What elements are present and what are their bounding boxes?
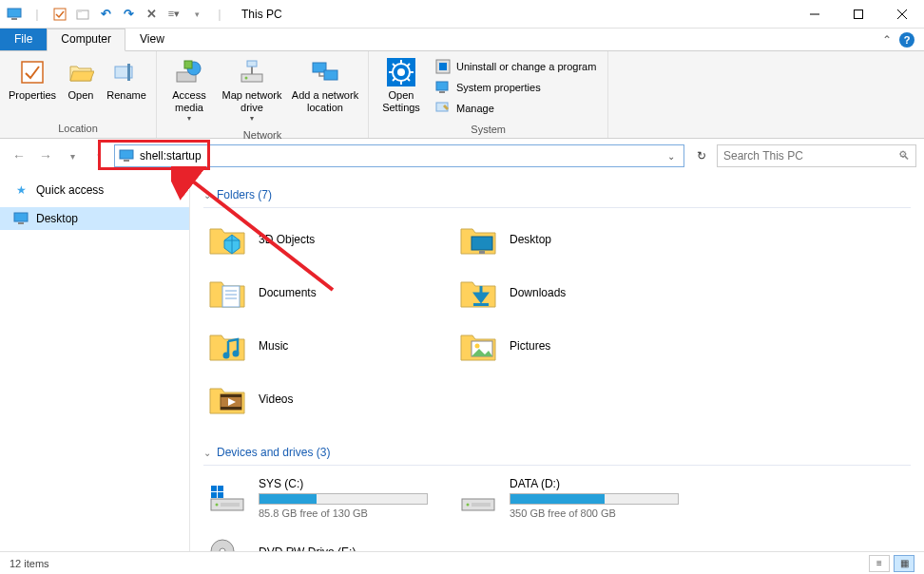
ribbon-group-label: Location	[6, 121, 150, 138]
svg-rect-2	[54, 9, 66, 20]
svg-rect-9	[22, 62, 43, 83]
svg-rect-60	[211, 492, 217, 498]
uninstall-icon	[435, 59, 451, 74]
qat-dropdown-icon[interactable]: ▾	[186, 4, 207, 25]
open-button[interactable]: Open	[61, 53, 101, 105]
sidebar-item-desktop[interactable]: Desktop	[0, 207, 189, 230]
system-properties-button[interactable]: System properties	[432, 78, 600, 97]
ribbon: Properties Open Rename Location Access m…	[0, 51, 924, 139]
access-media-button[interactable]: Access media ▾	[163, 53, 216, 127]
svg-rect-40	[18, 222, 24, 224]
search-input[interactable]	[723, 149, 893, 163]
undo-icon[interactable]: ↶	[95, 4, 116, 25]
tiles-view-toggle[interactable]: ▦	[894, 555, 914, 572]
svg-point-48	[223, 353, 230, 359]
back-button[interactable]: ←	[8, 144, 30, 167]
up-button[interactable]: ↑	[87, 144, 110, 167]
drive-item[interactable]: DVDDVD RW Drive (E:)	[203, 528, 432, 551]
drive-item[interactable]: SYS (C:)85.8 GB free of 130 GB	[203, 473, 432, 523]
drive-label: SYS (C:)	[259, 477, 428, 490]
drive-icon	[458, 478, 498, 518]
svg-rect-57	[221, 503, 240, 507]
svg-rect-4	[77, 10, 82, 12]
navigation-bar: ← → ▾ ↑ ⌄ ↻ 🔍︎	[0, 139, 924, 173]
drive-item[interactable]: DATA (D:)350 GB free of 800 GB	[454, 473, 683, 523]
tab-file[interactable]: File	[0, 29, 47, 50]
svg-rect-64	[472, 503, 491, 507]
manage-button[interactable]: Manage	[432, 99, 600, 118]
address-input[interactable]	[140, 149, 657, 163]
add-network-location-button[interactable]: Add a network location	[288, 53, 362, 118]
sort-qat-icon[interactable]: ≡▾	[164, 4, 184, 25]
collapse-ribbon-icon[interactable]: ⌃	[882, 33, 892, 47]
maximize-button[interactable]	[837, 0, 880, 29]
svg-rect-1	[11, 18, 17, 20]
svg-point-67	[220, 548, 225, 551]
close-button[interactable]	[880, 0, 924, 29]
svg-rect-14	[184, 61, 192, 68]
svg-rect-59	[218, 486, 223, 491]
svg-rect-58	[211, 486, 217, 491]
folder-item[interactable]: Desktop	[454, 216, 683, 263]
folder-label: Music	[259, 339, 288, 353]
ribbon-tabs: File Computer View ⌃ ?	[0, 29, 924, 51]
star-icon: ★	[13, 182, 29, 198]
details-view-toggle[interactable]: ≡	[869, 555, 890, 572]
help-icon[interactable]: ?	[899, 32, 914, 48]
svg-rect-32	[439, 63, 447, 70]
svg-rect-43	[222, 286, 240, 307]
open-settings-button[interactable]: Open Settings	[375, 53, 428, 118]
svg-rect-33	[436, 82, 448, 90]
folder-item[interactable]: 3D Objects	[203, 216, 432, 263]
folder-item[interactable]: Music	[203, 322, 432, 370]
folder-item[interactable]: Downloads	[454, 269, 683, 316]
drive-usage-bar	[259, 493, 428, 505]
folder-label: Downloads	[510, 286, 566, 299]
properties-qat-icon[interactable]	[49, 4, 70, 25]
properties-button[interactable]: Properties	[6, 53, 59, 105]
tab-computer[interactable]: Computer	[47, 29, 125, 51]
forward-button[interactable]: →	[34, 144, 57, 167]
recent-dropdown[interactable]: ▾	[61, 144, 84, 167]
svg-point-49	[233, 351, 240, 357]
delete-qat-icon[interactable]: ✕	[141, 4, 162, 25]
folder-item[interactable]: Videos	[203, 375, 432, 423]
folder-label: Pictures	[510, 339, 550, 353]
status-item-count: 12 items	[10, 558, 49, 569]
manage-icon	[435, 101, 451, 116]
address-dropdown-icon[interactable]: ⌄	[663, 151, 680, 162]
drive-sublabel: 85.8 GB free of 130 GB	[259, 507, 428, 519]
drive-label: DVD RW Drive (E:)	[259, 545, 428, 551]
svg-rect-6	[855, 10, 863, 18]
thispc-icon	[4, 4, 25, 25]
folder-label: Videos	[259, 392, 293, 406]
folder-item[interactable]: Documents	[203, 269, 432, 316]
content-pane: ⌄ Folders (7) 3D ObjectsDesktopDocuments…	[190, 173, 924, 551]
group-header-folders[interactable]: ⌄ Folders (7)	[203, 182, 911, 208]
rename-icon	[111, 57, 142, 87]
redo-icon[interactable]: ↷	[118, 4, 139, 25]
refresh-button[interactable]: ↻	[690, 144, 713, 167]
separator-icon: |	[27, 4, 48, 25]
svg-point-30	[397, 68, 405, 76]
drive-sublabel: 350 GB free of 800 GB	[510, 507, 679, 519]
window-controls	[793, 0, 924, 29]
newfolder-qat-icon[interactable]	[72, 4, 93, 25]
rename-button[interactable]: Rename	[103, 53, 150, 105]
settings-icon	[386, 57, 416, 87]
separator-icon: |	[209, 4, 230, 25]
uninstall-button[interactable]: Uninstall or change a program	[432, 57, 600, 76]
map-network-drive-button[interactable]: Map network drive ▾	[218, 53, 286, 127]
sidebar-item-quick-access[interactable]: ★ Quick access	[0, 179, 189, 201]
svg-rect-61	[218, 492, 223, 498]
search-box[interactable]: 🔍︎	[717, 144, 916, 167]
address-bar[interactable]: ⌄	[114, 144, 684, 167]
search-icon: 🔍︎	[898, 149, 910, 163]
tab-view[interactable]: View	[125, 29, 179, 50]
quick-access-toolbar: | ↶ ↷ ✕ ≡▾ ▾ |	[0, 4, 234, 25]
minimize-button[interactable]	[793, 0, 837, 29]
svg-rect-17	[247, 61, 257, 67]
folder-item[interactable]: Pictures	[454, 322, 683, 370]
group-header-drives[interactable]: ⌄ Devices and drives (3)	[203, 440, 911, 466]
svg-rect-47	[473, 303, 489, 306]
